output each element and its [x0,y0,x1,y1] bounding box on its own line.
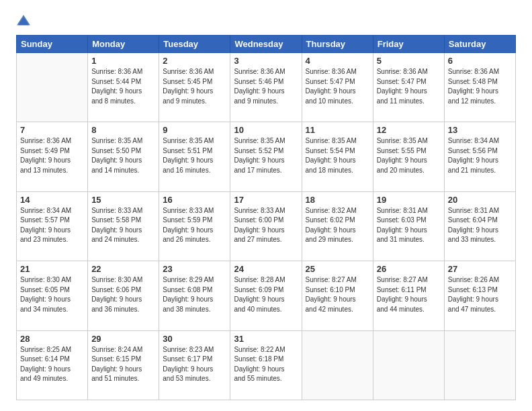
sunrise-text: Sunrise: 8:33 AM [91,206,155,216]
sunset-text: Sunset: 5:45 PM [163,77,226,87]
daylight-minutes-text: and 20 minutes. [377,166,441,176]
day-number: 8 [91,125,155,135]
sunrise-text: Sunrise: 8:24 AM [91,345,155,355]
daylight-minutes-text: and 9 minutes. [234,97,298,107]
daylight-minutes-text: and 11 minutes. [377,97,441,107]
daylight-hours-text: Daylight: 9 hours [448,226,512,236]
sunset-text: Sunset: 5:58 PM [91,216,155,226]
daylight-hours-text: Daylight: 9 hours [163,226,226,236]
day-info: Sunrise: 8:34 AMSunset: 5:57 PMDaylight:… [20,206,84,245]
sunrise-text: Sunrise: 8:28 AM [234,275,298,285]
sunset-text: Sunset: 5:51 PM [163,146,226,156]
day-info: Sunrise: 8:22 AMSunset: 6:18 PMDaylight:… [234,345,298,384]
daylight-hours-text: Daylight: 9 hours [377,226,441,236]
daylight-minutes-text: and 51 minutes. [91,374,155,384]
daylight-hours-text: Daylight: 9 hours [163,295,226,305]
daylight-hours-text: Daylight: 9 hours [91,226,155,236]
sunset-text: Sunset: 5:49 PM [20,146,84,156]
daylight-minutes-text: and 55 minutes. [234,374,298,384]
day-info: Sunrise: 8:30 AMSunset: 6:05 PMDaylight:… [20,275,84,314]
sunset-text: Sunset: 5:50 PM [91,146,155,156]
day-cell: 20Sunrise: 8:31 AMSunset: 6:04 PMDayligh… [444,191,515,261]
day-cell: 15Sunrise: 8:33 AMSunset: 5:58 PMDayligh… [88,191,159,261]
daylight-minutes-text: and 17 minutes. [234,166,298,176]
daylight-hours-text: Daylight: 9 hours [91,156,155,166]
day-cell: 19Sunrise: 8:31 AMSunset: 6:03 PMDayligh… [373,191,444,261]
week-row-2: 7Sunrise: 8:36 AMSunset: 5:49 PMDaylight… [17,122,516,191]
daylight-minutes-text: and 34 minutes. [20,305,84,315]
sunrise-text: Sunrise: 8:34 AM [448,136,512,146]
sunrise-text: Sunrise: 8:31 AM [448,206,512,216]
day-info: Sunrise: 8:35 AMSunset: 5:52 PMDaylight:… [234,136,298,175]
day-number: 19 [377,195,441,205]
sunrise-text: Sunrise: 8:36 AM [306,67,369,77]
sunrise-text: Sunrise: 8:23 AM [163,345,226,355]
day-cell: 13Sunrise: 8:34 AMSunset: 5:56 PMDayligh… [444,122,515,191]
day-info: Sunrise: 8:31 AMSunset: 6:04 PMDaylight:… [448,206,512,245]
day-info: Sunrise: 8:36 AMSunset: 5:46 PMDaylight:… [234,67,298,106]
day-cell: 5Sunrise: 8:36 AMSunset: 5:47 PMDaylight… [373,53,444,122]
sunrise-text: Sunrise: 8:35 AM [163,136,226,146]
day-cell: 16Sunrise: 8:33 AMSunset: 5:59 PMDayligh… [159,191,230,261]
day-cell: 1Sunrise: 8:36 AMSunset: 5:44 PMDaylight… [88,53,159,122]
day-number: 5 [377,56,441,66]
sunset-text: Sunset: 6:02 PM [306,216,369,226]
daylight-hours-text: Daylight: 9 hours [448,87,512,97]
sunrise-text: Sunrise: 8:36 AM [91,67,155,77]
daylight-hours-text: Daylight: 9 hours [306,87,369,97]
day-info: Sunrise: 8:33 AMSunset: 6:00 PMDaylight:… [234,206,298,245]
sunrise-text: Sunrise: 8:27 AM [377,275,441,285]
daylight-hours-text: Daylight: 9 hours [91,295,155,305]
week-row-3: 14Sunrise: 8:34 AMSunset: 5:57 PMDayligh… [17,191,516,261]
daylight-hours-text: Daylight: 9 hours [163,365,226,375]
day-number: 10 [234,125,298,135]
sunset-text: Sunset: 5:44 PM [91,77,155,87]
day-info: Sunrise: 8:29 AMSunset: 6:08 PMDaylight:… [163,275,226,314]
day-info: Sunrise: 8:28 AMSunset: 6:09 PMDaylight:… [234,275,298,314]
daylight-hours-text: Daylight: 9 hours [163,156,226,166]
daylight-minutes-text: and 10 minutes. [306,97,369,107]
day-cell: 8Sunrise: 8:35 AMSunset: 5:50 PMDaylight… [88,122,159,191]
sunset-text: Sunset: 5:47 PM [306,77,369,87]
day-cell: 22Sunrise: 8:30 AMSunset: 6:06 PMDayligh… [88,261,159,330]
sunset-text: Sunset: 5:54 PM [306,146,369,156]
day-number: 23 [163,264,226,274]
header [16,13,516,28]
daylight-minutes-text: and 49 minutes. [20,374,84,384]
weekday-header-tuesday: Tuesday [159,36,230,53]
day-number: 27 [448,264,512,274]
day-cell: 21Sunrise: 8:30 AMSunset: 6:05 PMDayligh… [17,261,88,330]
day-number: 26 [377,264,441,274]
day-cell: 7Sunrise: 8:36 AMSunset: 5:49 PMDaylight… [17,122,88,191]
daylight-hours-text: Daylight: 9 hours [448,156,512,166]
daylight-hours-text: Daylight: 9 hours [306,156,369,166]
day-cell: 30Sunrise: 8:23 AMSunset: 6:17 PMDayligh… [159,330,230,400]
weekday-header-thursday: Thursday [302,36,373,53]
daylight-minutes-text: and 26 minutes. [163,235,226,245]
sunrise-text: Sunrise: 8:36 AM [234,67,298,77]
weekday-header-row: SundayMondayTuesdayWednesdayThursdayFrid… [17,36,516,53]
sunset-text: Sunset: 6:08 PM [163,285,226,295]
daylight-hours-text: Daylight: 9 hours [448,295,512,305]
sunset-text: Sunset: 5:47 PM [377,77,441,87]
sunset-text: Sunset: 6:17 PM [163,355,226,365]
daylight-hours-text: Daylight: 9 hours [91,87,155,97]
day-cell: 9Sunrise: 8:35 AMSunset: 5:51 PMDaylight… [159,122,230,191]
sunrise-text: Sunrise: 8:26 AM [448,275,512,285]
day-info: Sunrise: 8:27 AMSunset: 6:11 PMDaylight:… [377,275,441,314]
day-number: 6 [448,56,512,66]
day-cell [302,330,373,400]
week-row-1: 1Sunrise: 8:36 AMSunset: 5:44 PMDaylight… [17,53,516,122]
daylight-minutes-text: and 33 minutes. [448,235,512,245]
daylight-minutes-text: and 14 minutes. [91,166,155,176]
day-number: 14 [20,195,84,205]
day-info: Sunrise: 8:36 AMSunset: 5:49 PMDaylight:… [20,136,84,175]
day-cell: 11Sunrise: 8:35 AMSunset: 5:54 PMDayligh… [302,122,373,191]
sunrise-text: Sunrise: 8:35 AM [234,136,298,146]
day-number: 21 [20,264,84,274]
day-number: 17 [234,195,298,205]
day-number: 29 [91,334,155,344]
daylight-minutes-text: and 38 minutes. [163,305,226,315]
day-cell: 14Sunrise: 8:34 AMSunset: 5:57 PMDayligh… [17,191,88,261]
day-cell: 25Sunrise: 8:27 AMSunset: 6:10 PMDayligh… [302,261,373,330]
